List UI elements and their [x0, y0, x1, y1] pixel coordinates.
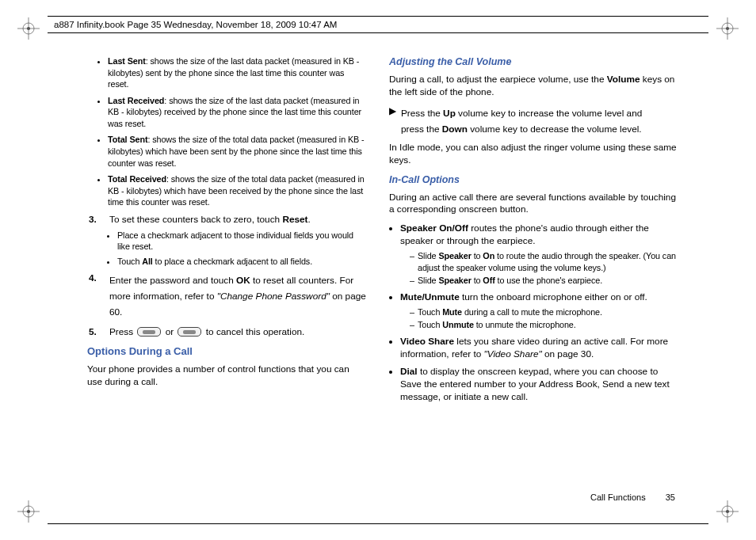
step-text: Enter the password and touch OK to reset… — [109, 272, 367, 320]
crop-header: a887 Infinity.book Page 35 Wednesday, No… — [48, 16, 708, 33]
page-body: Last Sent: shows the size of the last da… — [79, 55, 677, 494]
send-key-icon — [137, 327, 161, 337]
subsection-in-call-options: In-Call Options — [389, 173, 677, 187]
step-text: To set these counters back to zero, touc… — [109, 214, 367, 226]
para: During a call, to adjust the earpiece vo… — [389, 74, 677, 99]
arrow-text: Press the Up volume key to increase the … — [401, 105, 642, 137]
list-item: Mute/Unmute turn the onboard microphone … — [400, 291, 677, 331]
crop-header-text: a887 Infinity.book Page 35 Wednesday, No… — [54, 20, 337, 29]
para-idle-mode: In Idle mode, you can also adjust the ri… — [389, 142, 677, 167]
list-item: Last Sent: shows the size of the last da… — [108, 55, 367, 90]
step-number: 4. — [89, 272, 101, 320]
registration-mark-icon — [716, 500, 739, 523]
list-item: Touch All to place a checkmark adjacent … — [117, 256, 367, 268]
step-number: 5. — [89, 326, 101, 339]
step-number: 3. — [89, 214, 101, 226]
crop-footer-line — [48, 523, 708, 524]
step-3: 3. To set these counters back to zero, t… — [79, 214, 367, 226]
section-heading-options-during-call: Options During a Call — [87, 344, 367, 359]
counter-bullet-list: Last Sent: shows the size of the last da… — [79, 55, 367, 208]
sub-item: Touch Unmute to unmute the microphone. — [410, 319, 677, 331]
footer-page-number: 35 — [666, 492, 675, 502]
list-item: Last Received: shows the size of the las… — [108, 95, 367, 130]
list-item: Video Share lets you share video during … — [400, 336, 677, 361]
section1-para: Your phone provides a number of control … — [79, 363, 367, 389]
left-column: Last Sent: shows the size of the last da… — [79, 55, 367, 494]
sub-item: Touch Mute during a call to mute the mic… — [410, 306, 677, 318]
subsection-adjusting-call-volume: Adjusting the Call Volume — [389, 55, 677, 69]
right-column: Adjusting the Call Volume During a call,… — [389, 55, 677, 494]
list-item: Total Sent: shows the size of the total … — [108, 134, 367, 169]
registration-mark-icon — [716, 17, 739, 40]
step-5: 5. Press or to cancel this operation. — [79, 326, 367, 339]
registration-mark-icon — [17, 17, 40, 40]
arrow-step: ▶ Press the Up volume key to increase th… — [389, 105, 677, 137]
list-item: Speaker On/Off routes the phone's audio … — [400, 222, 677, 287]
in-call-bullets: Speaker On/Off routes the phone's audio … — [389, 222, 677, 403]
step3-sub-bullets: Place a checkmark adjacent to those indi… — [79, 230, 367, 268]
list-item: Total Received: shows the size of the to… — [108, 173, 367, 208]
list-item: Dial to display the onscreen keypad, whe… — [400, 366, 677, 404]
footer-section: Call Functions — [590, 492, 646, 502]
sub-item: Slide Speaker to On to route the audio t… — [410, 250, 677, 273]
para-in-call: During an active call there are several … — [389, 192, 677, 217]
step-text: Press or to cancel this operation. — [109, 326, 367, 339]
page-footer: Call Functions 35 — [590, 492, 675, 502]
registration-mark-icon — [17, 500, 40, 523]
list-item: Place a checkmark adjacent to those indi… — [117, 230, 367, 253]
step-4: 4. Enter the password and touch OK to re… — [79, 272, 367, 320]
arrow-icon: ▶ — [389, 105, 396, 137]
end-key-icon — [178, 327, 201, 337]
sub-item: Slide Speaker to Off to use the phone's … — [410, 275, 677, 287]
